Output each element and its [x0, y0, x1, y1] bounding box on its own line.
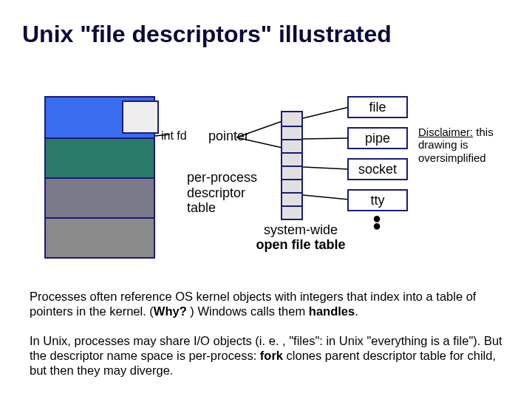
table-row: [46, 217, 154, 257]
object-file: file: [347, 96, 408, 118]
svg-line-5: [303, 167, 349, 169]
label-text: open file table: [256, 237, 345, 252]
system-table-label: system-wide open file table: [253, 223, 349, 253]
table-row: [46, 177, 154, 217]
text: ) Windows calls them: [190, 304, 308, 318]
table-row: [282, 126, 301, 139]
table-row: [46, 137, 154, 177]
system-open-file-table: [281, 111, 303, 220]
table-row: [282, 112, 301, 126]
table-row: [282, 166, 301, 179]
pointer-label: pointer: [208, 129, 249, 144]
object-pipe: pipe: [347, 127, 408, 149]
slide-title: Unix "file descriptors" illustrated: [22, 21, 392, 48]
paragraph-1: Processes often reference OS kernel obje…: [30, 290, 510, 319]
svg-line-4: [303, 138, 349, 139]
text: .: [355, 304, 358, 318]
diagram-area: int fd pointer per-process descriptor ta…: [44, 96, 458, 270]
table-row: [282, 192, 301, 205]
table-row: [282, 179, 301, 192]
emphasis-why: Why?: [154, 304, 191, 318]
paragraph-2: In Unix, processes may share I/O objects…: [30, 334, 510, 378]
pointer-cell: [122, 100, 159, 134]
per-process-label: per-process descriptor table: [187, 170, 276, 216]
table-row: [282, 205, 301, 219]
disclaimer-note: Disclaimer: this drawing is oversimplifi…: [418, 126, 499, 164]
ellipsis-icon: ●●: [372, 214, 381, 229]
emphasis-fork: fork: [260, 349, 283, 362]
svg-line-3: [303, 107, 349, 118]
svg-line-6: [303, 195, 349, 200]
emphasis-handles: handles: [309, 304, 355, 318]
disclaimer-label: Disclaimer:: [418, 126, 473, 138]
int-fd-label: int fd: [161, 129, 187, 143]
object-tty: tty: [347, 189, 408, 211]
label-text: system-wide: [264, 222, 338, 237]
table-row: [282, 152, 301, 166]
table-row: [282, 139, 301, 152]
object-socket: socket: [347, 158, 408, 180]
